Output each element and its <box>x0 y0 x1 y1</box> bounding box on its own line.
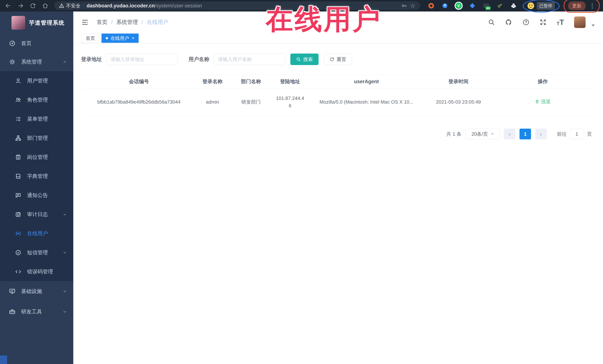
search-icon[interactable] <box>488 19 495 26</box>
browser-forward-icon[interactable] <box>17 2 24 10</box>
monitor-chart-icon <box>9 288 16 295</box>
app-logo <box>12 16 25 30</box>
sidebar-item-label: 审计日志 <box>27 211 48 218</box>
extension-icon-blue-pin[interactable] <box>441 2 448 9</box>
profile-paused-badge[interactable]: 已暂停 <box>524 1 558 11</box>
browser-back-icon[interactable] <box>5 2 12 10</box>
paused-badge-label: 已暂停 <box>537 2 555 10</box>
sidebar-item-label: 通知公告 <box>27 192 48 199</box>
audit-edit-icon <box>14 211 22 218</box>
main-area: 首页 / 系统管理 / 在线用户 TT <box>73 11 603 364</box>
force-logout-button[interactable]: 强退 <box>535 98 550 105</box>
reset-button[interactable]: 重置 <box>324 54 352 65</box>
col-actions: 操作 <box>490 75 595 88</box>
sidebar-item-label: 短信管理 <box>27 249 48 256</box>
extensions-puzzle-icon[interactable] <box>510 2 517 9</box>
username-input[interactable] <box>214 54 285 65</box>
extensions-row: V en 已暂停 更新 ⋮ <box>428 0 598 11</box>
goto-label: 前往 <box>557 131 567 137</box>
sidebar-item-label: 系统管理 <box>21 58 42 66</box>
force-logout-label: 强退 <box>541 98 550 105</box>
col-login-time: 登录时间 <box>427 75 490 88</box>
sidebar-item-dictionary[interactable]: 字典管理 <box>0 167 73 186</box>
browser-home-icon[interactable] <box>42 2 48 10</box>
font-size-icon[interactable]: TT <box>557 18 564 26</box>
address-bar[interactable]: 不安全 dashboard.yudao.iocoder.cn/system/us… <box>54 1 420 10</box>
sessions-table: 会话编号 登录名称 部门名称 登陆地址 userAgent 登录时间 操作 bf… <box>81 75 595 116</box>
announcement-icon <box>14 192 22 199</box>
prev-page-button[interactable]: ‹ <box>504 129 515 139</box>
col-login-address: 登陆地址 <box>274 75 306 88</box>
chevron-down-icon <box>62 309 67 314</box>
sidebar: 芋道管理系统 首页 系统管理 用户管理 <box>0 11 73 364</box>
sidebar-item-error-codes[interactable]: 错误码管理 <box>0 262 73 281</box>
sidebar-item-home[interactable]: 首页 <box>0 34 73 53</box>
col-session-id: 会话编号 <box>81 75 197 88</box>
username-label: 用户名称 <box>188 56 209 63</box>
org-tree-icon <box>14 135 22 141</box>
sidebar-item-online-users[interactable]: 在线用户 <box>0 224 73 243</box>
extension-icon-blue-diamond[interactable] <box>469 2 476 9</box>
user-icon <box>14 78 22 84</box>
tab-online-users[interactable]: 在线用户 × <box>102 33 139 43</box>
next-page-button[interactable]: › <box>535 129 547 139</box>
col-login-name: 登录名称 <box>197 75 228 88</box>
sidebar-item-users[interactable]: 用户管理 <box>0 71 73 90</box>
sidebar-item-audit-log[interactable]: 审计日志 <box>0 205 73 224</box>
sidebar-logo-row[interactable]: 芋道管理系统 <box>0 11 73 34</box>
sidebar-item-departments[interactable]: 部门管理 <box>0 128 73 147</box>
close-icon[interactable]: × <box>132 36 134 40</box>
browser-menu-icon[interactable]: ⋮ <box>589 3 595 9</box>
cell-actions: 强退 <box>490 88 595 116</box>
browser-reload-icon[interactable] <box>30 2 36 10</box>
sidebar-item-sms[interactable]: 短信管理 <box>0 243 73 262</box>
reset-button-label: 重置 <box>336 56 346 63</box>
briefcase-icon <box>9 309 16 315</box>
cell-dept-name: 研发部门 <box>228 88 274 116</box>
sidebar-item-label: 首页 <box>21 40 32 47</box>
sidebar-item-menus[interactable]: 菜单管理 <box>0 109 73 128</box>
sidebar-item-roles[interactable]: 角色管理 <box>0 90 73 109</box>
current-page-button[interactable]: 1 <box>520 129 531 139</box>
breadcrumb-system[interactable]: 系统管理 <box>116 19 138 26</box>
goto-page-input[interactable] <box>570 129 584 139</box>
table-header-row: 会话编号 登录名称 部门名称 登陆地址 userAgent 登录时间 操作 <box>81 75 595 88</box>
pagination-goto: 前往 页 <box>557 129 592 139</box>
extension-icon-orange[interactable] <box>428 2 435 9</box>
avatar-caret-icon[interactable] <box>591 24 595 26</box>
sidebar-item-system[interactable]: 系统管理 <box>0 53 73 71</box>
extension-icon-key[interactable] <box>496 2 503 9</box>
sidebar-item-label: 错误码管理 <box>27 268 53 275</box>
search-button-label: 搜索 <box>303 56 313 63</box>
update-button[interactable]: 更新 <box>568 1 586 10</box>
refresh-icon <box>329 57 334 62</box>
browser-toolbar: 不安全 dashboard.yudao.iocoder.cn/system/us… <box>0 0 603 11</box>
fullscreen-icon[interactable] <box>540 19 547 26</box>
sidebar-toggle-icon[interactable] <box>81 19 89 26</box>
page-size-select[interactable]: 20条/页 <box>465 129 500 139</box>
key-icon[interactable] <box>401 3 407 9</box>
help-icon[interactable] <box>522 19 530 26</box>
browser-update-group: 更新 ⋮ <box>565 0 598 11</box>
sidebar-item-posts[interactable]: 岗位管理 <box>0 147 73 167</box>
breadcrumb-home[interactable]: 首页 <box>97 19 107 26</box>
sidebar-item-notices[interactable]: 通知公告 <box>0 186 73 205</box>
bookmark-star-icon[interactable]: ☆ <box>410 3 416 9</box>
search-button[interactable]: 搜索 <box>290 54 319 65</box>
security-warning[interactable]: 不安全 <box>59 3 81 9</box>
tab-label: 在线用户 <box>111 35 129 41</box>
sidebar-item-label: 在线用户 <box>27 230 48 237</box>
sidebar-item-infrastructure[interactable]: 基础设施 <box>0 281 73 302</box>
url-text[interactable]: dashboard.yudao.iocoder.cn/system/user-s… <box>87 3 202 9</box>
avatar[interactable] <box>574 16 586 28</box>
extension-icon-green-v[interactable]: V <box>455 2 462 9</box>
login-address-input[interactable] <box>106 54 178 65</box>
github-icon[interactable] <box>505 19 512 26</box>
tab-home[interactable]: 首页 <box>81 33 99 43</box>
sidebar-item-label: 部门管理 <box>27 134 48 142</box>
dashboard-icon <box>9 40 16 47</box>
sidebar-item-dev-tools[interactable]: 研发工具 <box>0 302 73 322</box>
extension-icon-translate[interactable]: en <box>483 2 490 9</box>
app-header: 首页 / 系统管理 / 在线用户 TT <box>73 11 603 33</box>
online-users-icon <box>14 230 22 237</box>
